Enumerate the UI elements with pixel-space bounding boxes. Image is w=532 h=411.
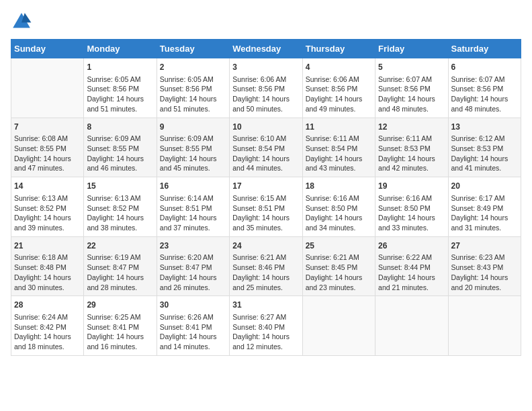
day-info: Sunrise: 6:16 AM [306, 193, 372, 203]
day-info: Sunrise: 6:13 AM [14, 193, 81, 203]
day-info: Sunrise: 6:15 AM [232, 193, 299, 203]
day-number: 2 [160, 62, 226, 73]
day-number: 3 [232, 62, 299, 73]
day-info: and 46 minutes. [87, 163, 153, 173]
day-info: Daylight: 14 hours [451, 154, 518, 164]
day-info: Daylight: 14 hours [160, 94, 226, 104]
day-info: Daylight: 14 hours [160, 154, 226, 164]
day-info: and 12 minutes. [232, 342, 299, 352]
day-info: Sunset: 8:51 PM [232, 203, 299, 214]
day-info: Sunset: 8:56 PM [87, 84, 153, 94]
day-info: Sunrise: 6:07 AM [378, 75, 445, 85]
day-info: Daylight: 14 hours [306, 94, 372, 104]
day-info: and 48 minutes. [378, 104, 445, 114]
calendar-cell: 1Sunrise: 6:05 AMSunset: 8:56 PMDaylight… [84, 58, 157, 118]
day-number: 17 [232, 181, 299, 192]
day-info: Sunrise: 6:22 AM [378, 253, 445, 263]
day-info: Sunset: 8:42 PM [14, 322, 81, 332]
day-number: 15 [87, 181, 153, 192]
calendar-week-row: 21Sunrise: 6:18 AMSunset: 8:48 PMDayligh… [11, 236, 521, 296]
day-info: Daylight: 14 hours [232, 273, 299, 283]
day-info: Sunset: 8:53 PM [451, 144, 518, 154]
day-info: and 48 minutes. [451, 104, 518, 114]
calendar-week-row: 14Sunrise: 6:13 AMSunset: 8:52 PMDayligh… [11, 177, 521, 237]
day-info: Sunrise: 6:26 AM [160, 312, 226, 322]
calendar-cell: 22Sunrise: 6:19 AMSunset: 8:47 PMDayligh… [84, 236, 157, 296]
day-number: 6 [451, 62, 518, 73]
day-info: Sunrise: 6:08 AM [14, 134, 81, 144]
day-info: Sunrise: 6:11 AM [378, 134, 445, 144]
day-info: Sunset: 8:55 PM [87, 144, 153, 154]
calendar-cell: 11Sunrise: 6:11 AMSunset: 8:54 PMDayligh… [302, 118, 375, 177]
day-info: and 25 minutes. [232, 283, 299, 293]
day-info: Sunrise: 6:12 AM [451, 134, 518, 144]
day-info: and 21 minutes. [378, 283, 445, 293]
calendar-cell: 4Sunrise: 6:06 AMSunset: 8:56 PMDaylight… [302, 58, 375, 118]
calendar-cell: 8Sunrise: 6:09 AMSunset: 8:55 PMDaylight… [84, 118, 157, 177]
day-info: Sunset: 8:40 PM [232, 322, 299, 332]
day-info: and 20 minutes. [451, 283, 518, 293]
day-number: 24 [232, 240, 299, 252]
day-info: and 51 minutes. [160, 104, 226, 114]
day-number: 11 [306, 122, 372, 133]
calendar-cell: 20Sunrise: 6:17 AMSunset: 8:49 PMDayligh… [448, 177, 521, 237]
day-info: Sunset: 8:50 PM [378, 203, 445, 214]
calendar-cell: 15Sunrise: 6:13 AMSunset: 8:52 PMDayligh… [84, 177, 157, 237]
day-number: 9 [160, 122, 226, 133]
day-number: 31 [232, 300, 299, 311]
day-info: Daylight: 14 hours [232, 154, 299, 164]
calendar-week-row: 7Sunrise: 6:08 AMSunset: 8:55 PMDaylight… [11, 118, 521, 177]
day-number: 4 [306, 62, 372, 73]
day-info: and 39 minutes. [14, 223, 81, 233]
day-info: Sunrise: 6:07 AM [451, 75, 518, 85]
day-number: 14 [14, 181, 81, 192]
day-info: and 45 minutes. [160, 163, 226, 173]
calendar-cell: 13Sunrise: 6:12 AMSunset: 8:53 PMDayligh… [448, 118, 521, 177]
calendar-cell [302, 296, 375, 356]
day-info: Sunset: 8:45 PM [306, 263, 372, 273]
day-info: Sunset: 8:47 PM [87, 263, 153, 273]
day-info: Daylight: 14 hours [232, 332, 299, 342]
calendar-cell: 7Sunrise: 6:08 AMSunset: 8:55 PMDaylight… [11, 118, 84, 177]
column-header-tuesday: Tuesday [157, 40, 229, 58]
day-number: 29 [87, 300, 153, 311]
day-info: Sunset: 8:41 PM [87, 322, 153, 332]
day-info: Sunset: 8:54 PM [306, 144, 372, 154]
day-info: Daylight: 14 hours [378, 94, 445, 104]
day-info: Sunset: 8:46 PM [232, 263, 299, 273]
calendar-table: SundayMondayTuesdayWednesdayThursdayFrid… [11, 39, 521, 356]
day-number: 16 [160, 181, 226, 192]
day-info: Daylight: 14 hours [451, 273, 518, 283]
day-info: Daylight: 14 hours [451, 94, 518, 104]
calendar-cell: 24Sunrise: 6:21 AMSunset: 8:46 PMDayligh… [230, 236, 302, 296]
day-info: Daylight: 14 hours [87, 213, 153, 223]
day-info: Sunset: 8:56 PM [232, 84, 299, 94]
day-info: Sunset: 8:48 PM [14, 263, 81, 273]
day-info: and 49 minutes. [306, 104, 372, 114]
calendar-cell: 17Sunrise: 6:15 AMSunset: 8:51 PMDayligh… [230, 177, 302, 237]
day-number: 5 [378, 62, 445, 73]
column-header-sunday: Sunday [11, 40, 84, 58]
day-info: Sunset: 8:49 PM [451, 203, 518, 214]
day-number: 23 [160, 240, 226, 252]
day-number: 18 [306, 181, 372, 192]
day-info: Sunset: 8:56 PM [306, 84, 372, 94]
calendar-cell: 6Sunrise: 6:07 AMSunset: 8:56 PMDaylight… [448, 58, 521, 118]
day-info: Sunset: 8:55 PM [14, 144, 81, 154]
day-info: Daylight: 14 hours [306, 273, 372, 283]
day-info: Daylight: 14 hours [378, 154, 445, 164]
day-info: Sunrise: 6:27 AM [232, 312, 299, 322]
day-info: and 38 minutes. [87, 223, 153, 233]
logo [11, 11, 35, 32]
day-info: Sunrise: 6:25 AM [87, 312, 153, 322]
day-info: and 18 minutes. [14, 342, 81, 352]
day-info: Sunset: 8:52 PM [14, 203, 81, 214]
day-info: Daylight: 14 hours [87, 332, 153, 342]
day-info: Sunset: 8:53 PM [378, 144, 445, 154]
day-info: Sunrise: 6:11 AM [306, 134, 372, 144]
day-number: 22 [87, 240, 153, 252]
day-info: Sunrise: 6:19 AM [87, 253, 153, 263]
day-number: 7 [14, 122, 81, 133]
day-info: Sunset: 8:52 PM [87, 203, 153, 214]
day-info: and 51 minutes. [87, 104, 153, 114]
